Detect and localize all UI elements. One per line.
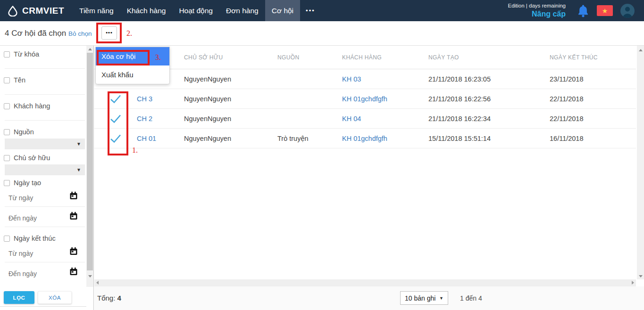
selection-count-title: 4 Cơ hội đã chọn — [5, 29, 66, 38]
table-header-row: CHỦ SỞ HỮU NGUỒN KHÁCH HÀNG NGÀY TẠO NGÀ… — [94, 46, 636, 69]
brand-name: CRMVIET — [22, 6, 64, 16]
page-size-select[interactable]: 10 bản ghi ▼ — [400, 291, 448, 305]
source-cell: Trò truyện — [277, 135, 342, 142]
created-from-input[interactable] — [5, 206, 85, 207]
crm-app: CRMVIET Tiềm năng Khách hàng Hoạt động Đ… — [0, 0, 644, 310]
user-avatar[interactable] — [620, 4, 635, 18]
table-row[interactable]: CH 01 NguyenNguyen Trò truyện KH 01gchdf… — [94, 129, 636, 148]
check-icon — [110, 94, 121, 104]
end-to-calendar-icon[interactable] — [69, 267, 78, 277]
menu-item-export[interactable]: Xuất khẩu — [96, 65, 169, 84]
sidebar-scroll-thumb[interactable] — [87, 53, 93, 270]
end-cell: 23/11/2018 — [550, 75, 636, 83]
table-row[interactable]: NguyenNguyen KH 03 21/11/2018 16:23:05 2… — [94, 69, 636, 89]
customer-link[interactable]: KH 04 — [342, 115, 428, 122]
end-from-input[interactable] — [5, 262, 85, 262]
table-row[interactable]: CH 2 NguyenNguyen KH 04 21/11/2018 16:22… — [94, 109, 636, 129]
deselect-link[interactable]: Bỏ chọn — [68, 30, 92, 37]
bulk-actions-menu: Xóa cơ hội Xuất khẩu — [95, 47, 170, 84]
total-value: 4 — [117, 294, 121, 302]
edition-block: Edition | days remaining Nâng cấp — [508, 2, 566, 18]
name-checkbox[interactable] — [4, 77, 10, 83]
opportunity-name-link[interactable]: CH 2 — [137, 115, 184, 122]
end-cell: 22/11/2018 — [550, 115, 636, 122]
bulk-actions-more-button[interactable]: ••• — [101, 26, 117, 40]
name-input[interactable] — [5, 94, 85, 95]
table-footer: Tổng: 4 10 bản ghi ▼ 1 đến 4 — [94, 286, 644, 310]
total-count: Tổng: 4 — [97, 294, 121, 302]
created-from-label: Từ ngày — [8, 194, 33, 202]
created-date-label: Ngày tạo — [14, 179, 41, 187]
page-size-value: 10 bản ghi — [405, 294, 435, 302]
nav-item-hoat-dong[interactable]: Hoạt động — [172, 0, 219, 21]
source-checkbox[interactable] — [4, 129, 10, 135]
customer-input[interactable] — [5, 120, 85, 121]
keyword-checkbox[interactable] — [4, 51, 10, 57]
created-to-calendar-icon[interactable] — [69, 211, 78, 221]
table-scroll-down-icon[interactable] — [637, 273, 644, 279]
table-scroll-up-icon[interactable] — [637, 47, 644, 53]
sidebar-scroll-up-icon[interactable] — [86, 46, 93, 52]
filter-apply-button[interactable]: LỌC — [4, 291, 34, 304]
customer-link[interactable]: KH 03 — [342, 75, 428, 83]
owner-checkbox[interactable] — [4, 155, 10, 161]
scroll-right-icon[interactable] — [632, 281, 634, 285]
customer-checkbox[interactable] — [4, 103, 10, 109]
customer-link[interactable]: KH 01gchdfgfh — [342, 135, 428, 142]
total-label: Tổng: — [97, 294, 115, 302]
end-date-checkbox[interactable] — [4, 236, 10, 242]
customer-link[interactable]: KH 01gchdfgfh — [342, 95, 428, 103]
vietnam-flag-icon[interactable]: ★ — [597, 5, 613, 16]
created-cell: 21/11/2018 16:23:05 — [428, 75, 550, 83]
row-check-cell[interactable] — [94, 134, 137, 143]
created-from-calendar-icon[interactable] — [69, 191, 78, 201]
created-cell: 15/11/2018 15:51:14 — [428, 135, 550, 142]
end-to-label: Đến ngày — [8, 270, 37, 277]
top-navbar: CRMVIET Tiềm năng Khách hàng Hoạt động Đ… — [0, 0, 644, 21]
created-cell: 21/11/2018 16:22:56 — [428, 95, 550, 103]
scroll-left-icon[interactable] — [96, 281, 99, 285]
filter-clear-button[interactable]: XÓA — [38, 291, 72, 304]
owner-select[interactable]: ▼ — [5, 164, 85, 175]
nav-item-co-hoi[interactable]: Cơ hội — [265, 0, 300, 21]
brand-logo[interactable]: CRMVIET — [0, 5, 73, 16]
col-customer: KHÁCH HÀNG — [342, 54, 428, 61]
col-source: NGUỒN — [277, 54, 342, 61]
owner-cell: NguyenNguyen — [184, 115, 277, 122]
source-select[interactable]: ▼ — [5, 139, 85, 149]
sidebar-scrollbar[interactable] — [86, 46, 93, 287]
col-end: NGÀY KẾT THÚC — [550, 54, 636, 61]
sidebar-scroll-down-icon[interactable] — [86, 273, 93, 279]
menu-item-delete-opportunity[interactable]: Xóa cơ hội — [96, 47, 169, 65]
check-icon — [110, 114, 121, 123]
filter-keyword: Từ khóa — [4, 50, 85, 58]
keyword-input[interactable] — [5, 68, 85, 69]
filter-owner: Chủ sở hữu — [4, 154, 85, 162]
nav-item-tiem-nang[interactable]: Tiềm năng — [73, 0, 120, 21]
nav-more-icon[interactable]: ••• — [300, 0, 321, 21]
end-date-label: Ngày kết thúc — [14, 235, 56, 242]
nav-item-khach-hang[interactable]: Khách hàng — [120, 0, 173, 21]
created-to-input[interactable] — [5, 227, 85, 227]
row-check-cell[interactable] — [94, 114, 137, 123]
end-from-calendar-icon[interactable] — [69, 246, 78, 256]
filter-end-date: Ngày kết thúc — [4, 235, 85, 242]
created-date-checkbox[interactable] — [4, 180, 10, 186]
owner-label: Chủ sở hữu — [14, 154, 50, 162]
opportunity-name-link[interactable]: CH 3 — [137, 95, 184, 103]
table-row[interactable]: CH 3 NguyenNguyen KH 01gchdfgfh 21/11/20… — [94, 89, 636, 109]
droplet-logo-icon — [7, 5, 18, 16]
owner-cell: NguyenNguyen — [184, 75, 277, 83]
table-horizontal-scrollbar[interactable] — [94, 279, 636, 286]
notification-bell-icon[interactable] — [577, 4, 589, 17]
nav-item-don-hang[interactable]: Đơn hàng — [219, 0, 265, 21]
table-vertical-scrollbar[interactable] — [637, 46, 644, 279]
pagination-range: 1 đến 4 — [460, 294, 482, 302]
selection-action-bar: 4 Cơ hội đã chọn Bỏ chọn ••• — [0, 21, 644, 46]
upgrade-link[interactable]: Nâng cấp — [508, 9, 566, 19]
row-check-cell[interactable] — [94, 94, 137, 104]
end-cell: 16/11/2018 — [550, 135, 636, 142]
opportunity-name-link[interactable]: CH 01 — [137, 135, 184, 142]
chevron-down-icon: ▼ — [439, 296, 443, 301]
name-label: Tên — [14, 76, 25, 84]
